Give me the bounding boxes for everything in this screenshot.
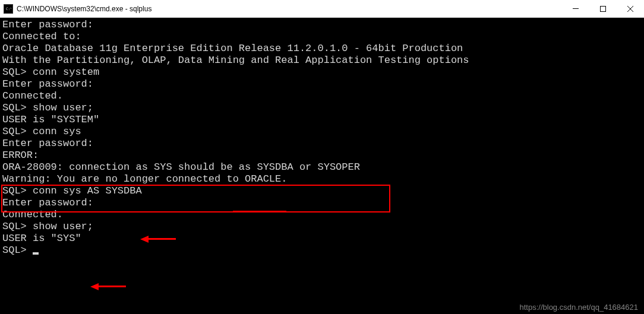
terminal-prompt-line: SQL> [2,245,642,256]
terminal-line: ERROR: [2,150,642,161]
terminal-line: Warning: You are no longer connected to … [2,173,642,185]
svg-rect-3 [601,6,606,11]
terminal-line: Oracle Database 11g Enterprise Edition R… [2,43,642,55]
terminal-line: Connected to: [2,31,642,43]
terminal-line: Enter password: [2,19,642,31]
close-button[interactable] [617,0,644,17]
terminal-line: With the Partitioning, OLAP, Data Mining… [2,55,642,66]
terminal-line: ORA-28009: connection as SYS should be a… [2,161,642,173]
terminal-output[interactable]: Enter password: Connected to: Oracle Dat… [0,18,644,258]
terminal-line: SQL> show user; [2,102,642,114]
window-title: C:\WINDOWS\system32\cmd.exe - sqlplus [17,5,562,13]
terminal-line: Connected. [2,90,642,102]
terminal-line: SQL> conn sys AS SYSDBA [2,185,642,197]
maximize-button[interactable] [589,0,617,17]
terminal-line: SQL> conn system [2,66,642,78]
terminal-line: Connected. [2,209,642,221]
terminal-line: USER is "SYSTEM" [2,114,642,126]
terminal-line: Enter password: [2,138,642,150]
watermark: https://blog.csdn.net/qq_41684621 [520,303,639,312]
minimize-button[interactable] [562,0,589,17]
cmd-icon: C:\ [4,4,13,14]
terminal-line: SQL> show user; [2,221,642,233]
svg-text:C:\: C:\ [6,7,11,11]
terminal-line: Enter password: [2,78,642,90]
terminal-line: USER is "SYS" [2,233,642,245]
window-titlebar: C:\ C:\WINDOWS\system32\cmd.exe - sqlplu… [0,0,644,18]
svg-rect-2 [573,8,579,9]
cursor [33,252,39,255]
window-controls [562,0,644,17]
terminal-line: Enter password: [2,197,642,209]
terminal-line: SQL> conn sys [2,126,642,138]
